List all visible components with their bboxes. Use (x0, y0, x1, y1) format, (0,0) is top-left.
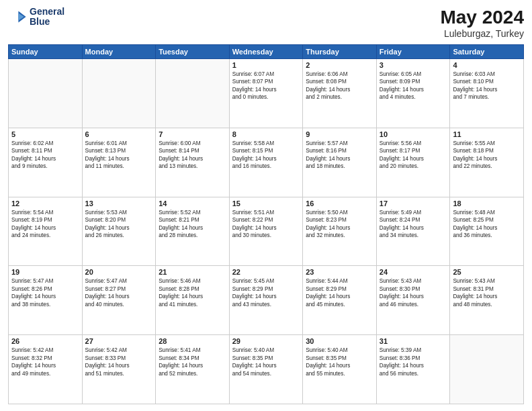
cell-info-line: Sunset: 8:16 PM (306, 147, 373, 154)
calendar-cell: 20Sunrise: 5:47 AMSunset: 8:27 PMDayligh… (82, 266, 156, 335)
cell-info-line: Daylight: 14 hours (306, 155, 373, 163)
day-number: 11 (453, 130, 521, 138)
calendar-week-2: 5Sunrise: 6:02 AMSunset: 8:11 PMDaylight… (9, 128, 524, 197)
day-header-monday: Monday (82, 45, 156, 59)
day-number: 15 (232, 199, 300, 208)
calendar-cell: 25Sunrise: 5:43 AMSunset: 8:31 PMDayligh… (450, 266, 524, 335)
calendar-cell: 29Sunrise: 5:40 AMSunset: 8:35 PMDayligh… (229, 335, 303, 404)
cell-info-line: Sunrise: 6:01 AM (85, 140, 153, 147)
calendar-cell: 8Sunrise: 5:58 AMSunset: 8:15 PMDaylight… (229, 128, 303, 197)
cell-info-line: and 55 minutes. (306, 370, 373, 377)
cell-info-line: and 11 minutes. (85, 163, 153, 170)
cell-info-line: Sunrise: 5:48 AM (453, 209, 521, 216)
cell-info-line: Sunset: 8:30 PM (380, 285, 447, 293)
cell-info-line: Daylight: 14 hours (85, 293, 153, 300)
calendar-cell: 4Sunrise: 6:03 AMSunset: 8:10 PMDaylight… (450, 59, 524, 128)
calendar-cell: 9Sunrise: 5:57 AMSunset: 8:16 PMDaylight… (303, 128, 377, 197)
cell-info-line: and 34 minutes. (380, 232, 447, 239)
calendar-cell (450, 335, 524, 404)
cell-info-line: and 41 minutes. (159, 301, 226, 308)
day-number: 16 (306, 199, 373, 208)
calendar-cell: 22Sunrise: 5:45 AMSunset: 8:29 PMDayligh… (229, 266, 303, 335)
cell-info-line: Sunrise: 5:46 AM (159, 277, 226, 285)
calendar-cell: 18Sunrise: 5:48 AMSunset: 8:25 PMDayligh… (450, 197, 524, 266)
cell-info-line: Sunset: 8:10 PM (453, 78, 521, 85)
cell-info-line: Sunset: 8:17 PM (380, 147, 447, 154)
cell-info-line: Daylight: 14 hours (380, 86, 447, 93)
cell-info-line: Daylight: 14 hours (232, 155, 300, 163)
calendar-week-3: 12Sunrise: 5:54 AMSunset: 8:19 PMDayligh… (9, 197, 524, 266)
cell-info-line: Daylight: 14 hours (11, 224, 79, 232)
cell-info-line: Sunrise: 5:56 AM (380, 140, 447, 147)
calendar-cell: 5Sunrise: 6:02 AMSunset: 8:11 PMDaylight… (9, 128, 83, 197)
cell-info-line: Sunset: 8:31 PM (453, 285, 521, 293)
calendar-week-4: 19Sunrise: 5:47 AMSunset: 8:26 PMDayligh… (9, 266, 524, 335)
cell-info-line: Daylight: 14 hours (232, 224, 300, 232)
cell-info-line: Sunrise: 6:07 AM (232, 71, 300, 78)
cell-info-line: Daylight: 14 hours (85, 362, 153, 369)
cell-info-line: Daylight: 14 hours (380, 224, 447, 232)
day-header-wednesday: Wednesday (229, 45, 303, 59)
cell-info-line: Sunrise: 6:00 AM (159, 140, 226, 147)
cell-info-line: and 38 minutes. (11, 301, 79, 308)
calendar-cell: 15Sunrise: 5:51 AMSunset: 8:22 PMDayligh… (229, 197, 303, 266)
cell-info-line: Sunset: 8:36 PM (380, 355, 447, 362)
cell-info-line: and 28 minutes. (159, 232, 226, 239)
cell-info-line: Sunset: 8:23 PM (306, 216, 373, 224)
cell-info-line: Sunrise: 5:57 AM (306, 140, 373, 147)
cell-info-line: Daylight: 14 hours (380, 293, 447, 300)
title-block: May 2024 Luleburgaz, Turkey (440, 7, 524, 39)
cell-info-line: Daylight: 14 hours (159, 293, 226, 300)
day-number: 18 (453, 199, 521, 208)
cell-info-line: Daylight: 14 hours (85, 155, 153, 163)
cell-info-line: Daylight: 14 hours (380, 155, 447, 163)
day-number: 12 (11, 199, 79, 208)
cell-info-line: Sunset: 8:20 PM (85, 216, 153, 224)
calendar-cell: 21Sunrise: 5:46 AMSunset: 8:28 PMDayligh… (156, 266, 230, 335)
calendar-cell: 7Sunrise: 6:00 AMSunset: 8:14 PMDaylight… (156, 128, 230, 197)
day-number: 13 (85, 199, 153, 208)
calendar-cell: 10Sunrise: 5:56 AMSunset: 8:17 PMDayligh… (376, 128, 450, 197)
day-number: 5 (11, 130, 79, 138)
cell-info-line: Sunrise: 5:44 AM (306, 277, 373, 285)
cell-info-line: Sunrise: 5:55 AM (453, 140, 521, 147)
cell-info-line: Sunrise: 5:58 AM (232, 140, 300, 147)
cell-info-line: Sunset: 8:11 PM (11, 147, 79, 154)
calendar-cell: 13Sunrise: 5:53 AMSunset: 8:20 PMDayligh… (82, 197, 156, 266)
cell-info-line: Daylight: 14 hours (453, 293, 521, 300)
cell-info-line: Sunrise: 5:41 AM (159, 347, 226, 354)
cell-info-line: Daylight: 14 hours (85, 224, 153, 232)
cell-info-line: and 40 minutes. (85, 301, 153, 308)
cell-info-line: and 54 minutes. (232, 370, 300, 377)
cell-info-line: Sunset: 8:35 PM (232, 355, 300, 362)
day-number: 29 (232, 337, 300, 345)
cell-info-line: and 24 minutes. (11, 232, 79, 239)
calendar-cell: 14Sunrise: 5:52 AMSunset: 8:21 PMDayligh… (156, 197, 230, 266)
cell-info-line: Sunset: 8:18 PM (453, 147, 521, 154)
cell-info-line: Sunrise: 6:02 AM (11, 140, 79, 147)
cell-info-line: Sunset: 8:26 PM (11, 285, 79, 293)
calendar-cell: 23Sunrise: 5:44 AMSunset: 8:29 PMDayligh… (303, 266, 377, 335)
calendar-cell: 19Sunrise: 5:47 AMSunset: 8:26 PMDayligh… (9, 266, 83, 335)
cell-info-line: and 18 minutes. (306, 163, 373, 170)
day-number: 19 (11, 268, 79, 276)
cell-info-line: Sunrise: 6:05 AM (380, 71, 447, 78)
cell-info-line: Daylight: 14 hours (453, 224, 521, 232)
cell-info-line: Daylight: 14 hours (159, 224, 226, 232)
day-number: 21 (159, 268, 226, 276)
day-number: 27 (85, 337, 153, 345)
cell-info-line: and 0 minutes. (232, 93, 300, 101)
page: General Blue May 2024 Luleburgaz, Turkey… (0, 0, 532, 411)
day-number: 26 (11, 337, 79, 345)
cell-info-line: Sunset: 8:29 PM (232, 285, 300, 293)
day-header-thursday: Thursday (303, 45, 377, 59)
calendar-cell: 16Sunrise: 5:50 AMSunset: 8:23 PMDayligh… (303, 197, 377, 266)
cell-info-line: and 51 minutes. (85, 370, 153, 377)
cell-info-line: Daylight: 14 hours (453, 86, 521, 93)
day-number: 6 (85, 130, 153, 138)
main-title: May 2024 (440, 7, 524, 28)
cell-info-line: Sunrise: 5:51 AM (232, 209, 300, 216)
calendar-cell (82, 59, 156, 128)
day-number: 7 (159, 130, 226, 138)
cell-info-line: Sunrise: 5:40 AM (232, 347, 300, 354)
